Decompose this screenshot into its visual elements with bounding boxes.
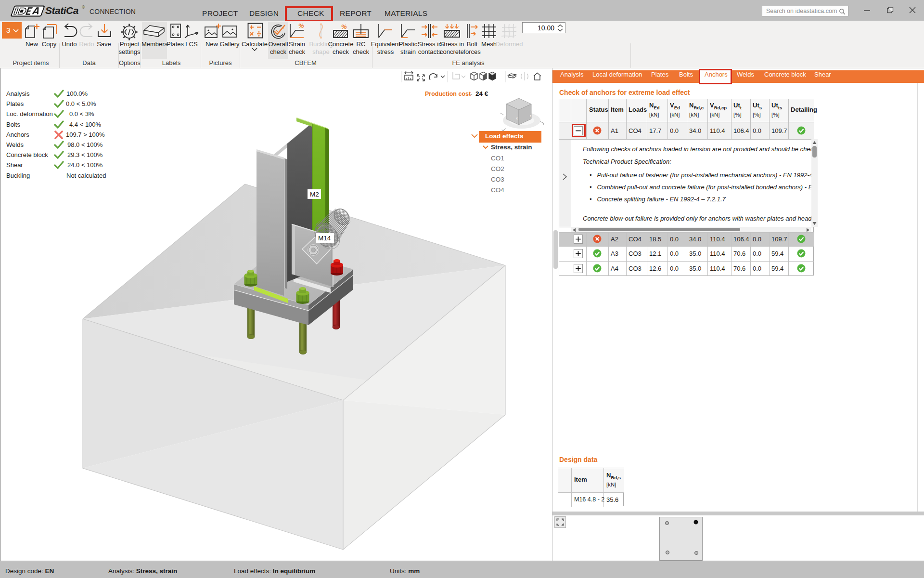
svg-text:r: r xyxy=(530,114,531,118)
svg-text:%: % xyxy=(298,23,304,29)
svg-text:~: ~ xyxy=(526,101,528,105)
svg-text:M2: M2 xyxy=(310,191,319,198)
svg-text:M14: M14 xyxy=(318,235,331,242)
svg-text:%: % xyxy=(341,23,347,30)
svg-text:x: x xyxy=(516,116,518,120)
